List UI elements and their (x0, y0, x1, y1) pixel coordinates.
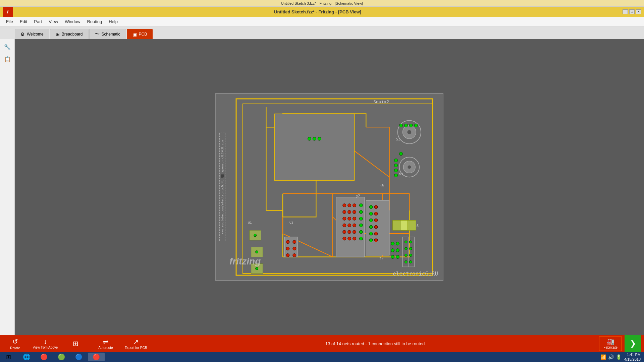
svg-point-51 (369, 212, 373, 215)
fritzing-watermark: fritzing (229, 256, 261, 267)
svg-point-79 (396, 242, 399, 245)
svg-point-50 (374, 205, 378, 209)
svg-rect-90 (284, 237, 298, 257)
menu-file[interactable]: File (3, 18, 16, 25)
pcb-board[interactable]: Squix2 www.youtube.com/electronicGURU ⬛ … (215, 93, 443, 281)
clock-date: 4/15/2018 (624, 357, 641, 362)
menu-edit[interactable]: Edit (16, 18, 31, 25)
svg-point-91 (286, 240, 289, 244)
menu-help[interactable]: Help (105, 18, 121, 25)
taskbar-right: 📶 🔊 🔋 1:41 PM 4/15/2018 (597, 352, 644, 362)
tab-schematic[interactable]: 〜 Schematic (89, 29, 126, 39)
autoroute-tool[interactable]: ⇌ Autoroute (91, 338, 121, 350)
svg-point-72 (405, 247, 407, 250)
drc-tool[interactable]: ⊞ (60, 340, 91, 348)
svg-point-58 (374, 232, 378, 235)
main-canvas[interactable]: Squix2 www.youtube.com/electronicGURU ⬛ … (15, 39, 644, 335)
svg-point-97 (399, 124, 403, 127)
main-title-text: Untitled Sketch.fzz* - Fritzing - [PCB V… (13, 9, 623, 14)
drc-icon: ⊞ (73, 340, 78, 348)
secondary-title-text: Untitled Sketch 3.fzz* - Fritzing - [Sch… (281, 1, 363, 5)
windows-icon: ⊞ (6, 353, 11, 361)
svg-point-41 (353, 237, 356, 240)
svg-point-44 (359, 217, 363, 220)
taskbar-chrome[interactable]: 🟢 (53, 353, 70, 361)
svg-point-38 (353, 230, 356, 234)
tab-pcb-label: PCB (139, 32, 147, 37)
svg-point-37 (348, 230, 351, 234)
menu-bar: File Edit Part View Window Routing Help (0, 17, 644, 27)
sidebar-parts-icon[interactable]: 🔧 (2, 42, 13, 52)
menu-window[interactable]: Window (61, 18, 84, 25)
svg-point-30 (343, 217, 346, 220)
svg-point-36 (343, 230, 346, 234)
svg-point-78 (391, 242, 394, 245)
svg-point-59 (369, 239, 373, 242)
welcome-icon: ⚙ (20, 32, 25, 37)
svg-point-46 (359, 230, 363, 234)
svg-point-40 (348, 237, 351, 240)
svg-point-15 (308, 137, 311, 140)
svg-point-94 (293, 247, 296, 250)
taskbar-fritzing[interactable]: 🔴 (88, 353, 105, 361)
svg-point-26 (353, 204, 356, 207)
taskbar-ie[interactable]: 🌐 (18, 353, 35, 361)
pcb-svg: S3 h3 h0 (216, 94, 443, 280)
svg-point-33 (343, 224, 346, 227)
volume-icon: 🔊 (608, 354, 614, 360)
window-controls[interactable]: ─ □ ✕ (623, 9, 641, 14)
sidebar-layers-icon[interactable]: 📋 (2, 54, 13, 64)
fabricate-button[interactable]: 🏭 Fabricate (599, 337, 622, 351)
tab-bar: ⚙ Welcome ⊞ Breadboard 〜 Schematic ▣ PCB (0, 27, 644, 39)
svg-text:S3: S3 (396, 137, 400, 141)
svg-point-12 (408, 165, 411, 169)
secondary-titlebar: Untitled Sketch 3.fzz* - Fritzing - [Sch… (0, 0, 644, 7)
svg-point-92 (293, 240, 296, 244)
pcb-icon: ▣ (132, 32, 137, 37)
tab-pcb[interactable]: ▣ PCB (127, 29, 153, 39)
taskbar-icons: 📶 🔊 🔋 (600, 354, 622, 360)
minimize-button[interactable]: ─ (623, 9, 628, 14)
taskbar: ⊞ 🌐 🔴 🟢 🔵 🔴 📶 🔊 🔋 1:41 PM 4/15/2018 (0, 352, 644, 362)
svg-text:h0: h0 (379, 184, 384, 188)
svg-point-32 (353, 217, 356, 220)
svg-point-70 (405, 241, 407, 243)
tab-welcome[interactable]: ⚙ Welcome (15, 29, 49, 39)
svg-point-87 (256, 251, 258, 253)
svg-point-76 (405, 260, 407, 263)
taskbar-arduino[interactable]: 🔵 (70, 353, 87, 361)
svg-text:y2: y2 (356, 194, 360, 198)
next-button[interactable]: ❯ (625, 335, 641, 352)
svg-point-80 (391, 249, 394, 252)
svg-point-27 (343, 210, 346, 214)
svg-point-39 (343, 237, 346, 240)
menu-view[interactable]: View (45, 18, 61, 25)
svg-point-96 (293, 254, 296, 257)
status-message: 13 of 14 nets routed - 1 connection stil… (151, 341, 599, 346)
tab-breadboard[interactable]: ⊞ Breadboard (50, 29, 89, 39)
menu-part[interactable]: Part (31, 18, 45, 25)
schematic-icon: 〜 (95, 31, 100, 37)
start-button[interactable]: ⊞ (0, 352, 17, 362)
svg-point-29 (353, 210, 356, 214)
taskbar-clock: 1:41 PM 4/15/2018 (624, 352, 641, 362)
export-pcb-tool[interactable]: ↗ Export for PCB (121, 338, 151, 350)
svg-point-81 (396, 249, 399, 252)
svg-point-71 (409, 241, 412, 243)
view-above-tool[interactable]: ↓ View from Above (30, 338, 60, 349)
svg-text:C2: C2 (289, 221, 293, 224)
rotate-tool[interactable]: ↺ Rotate (0, 336, 30, 351)
view-above-icon: ↓ (44, 338, 47, 346)
taskbar-app2[interactable]: 🔴 (36, 353, 52, 361)
svg-text:h3: h3 (399, 172, 403, 176)
maximize-button[interactable]: □ (629, 9, 635, 14)
close-button[interactable]: ✕ (636, 9, 641, 14)
svg-point-98 (404, 124, 408, 127)
menu-routing[interactable]: Routing (84, 18, 105, 25)
taskbar-apps: 🌐 🔴 🟢 🔵 🔴 (17, 353, 597, 361)
status-bar: ↺ Rotate ↓ View from Above ⊞ ⇌ Autoroute… (0, 335, 644, 352)
status-right: 🏭 Fabricate ❯ (599, 335, 644, 352)
svg-point-83 (396, 255, 399, 259)
svg-point-85 (254, 234, 257, 237)
export-pcb-label: Export for PCB (125, 346, 147, 350)
